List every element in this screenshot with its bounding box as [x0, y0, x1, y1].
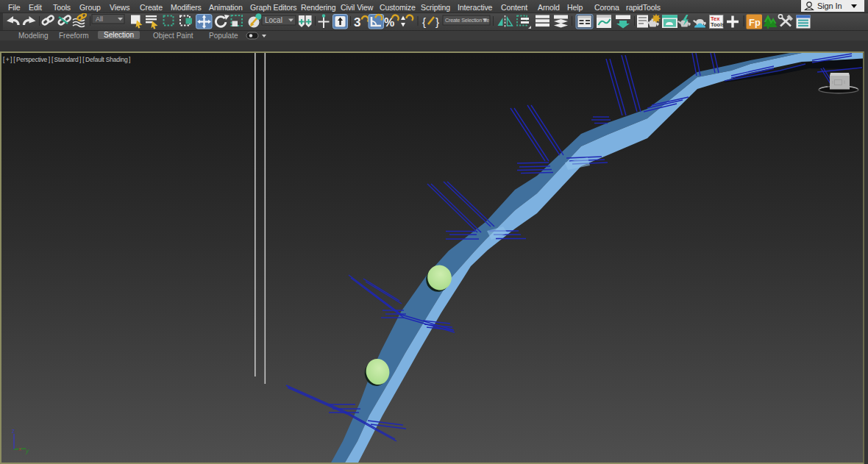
svg-text:Create Selection Se: Create Selection Se [445, 17, 489, 24]
svg-text:All: All [96, 15, 103, 23]
svg-text:Fp: Fp [749, 17, 761, 28]
svg-text:3: 3 [354, 15, 360, 29]
svg-text:y: y [25, 447, 29, 454]
svg-text:{: { [422, 15, 426, 28]
svg-text:Local: Local [265, 16, 282, 24]
svg-text:}: } [435, 15, 439, 28]
svg-text:Tools: Tools [711, 21, 725, 28]
svg-text:x: x [18, 446, 21, 452]
svg-text:z: z [12, 427, 15, 435]
